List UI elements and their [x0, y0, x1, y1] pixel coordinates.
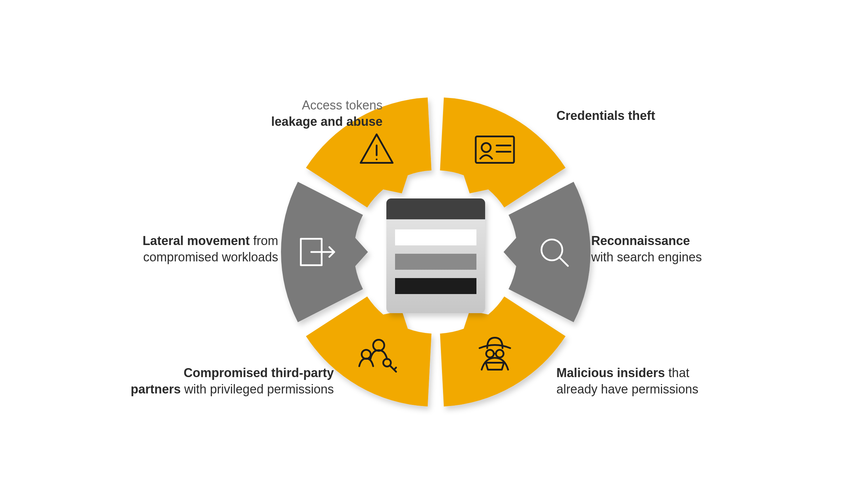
svg-rect-4: [395, 254, 476, 270]
label-credentials-bold: Credentials theft: [556, 108, 655, 123]
label-tokens: Access tokens leakage and abuse: [216, 97, 383, 130]
svg-rect-3: [395, 229, 476, 245]
label-recon-rest: with search engines: [591, 250, 702, 264]
label-insiders-rest1: that: [665, 366, 689, 380]
label-lateral-rest2: compromised workloads: [143, 250, 278, 264]
label-recon-bold: Reconnaissance: [591, 234, 690, 248]
label-lateral: Lateral movement from compromised worklo…: [90, 233, 278, 266]
segment-recon: [504, 182, 590, 322]
diagram-stage: Access tokens leakage and abuse Credenti…: [0, 0, 868, 488]
svg-rect-2: [386, 214, 485, 219]
label-tokens-prefix: Access tokens: [302, 98, 383, 112]
label-insiders-rest2: already have permissions: [556, 382, 698, 396]
label-lateral-rest1: from: [250, 234, 278, 248]
label-insiders-bold: Malicious insiders: [556, 366, 665, 380]
label-thirdparty-rest: with privileged permissions: [181, 382, 334, 396]
svg-rect-5: [395, 278, 476, 294]
label-thirdparty-bold2: partners: [131, 382, 181, 396]
center-panel: [386, 198, 485, 313]
label-thirdparty-bold: Compromised third-party: [184, 366, 334, 380]
label-lateral-bold: Lateral movement: [143, 234, 250, 248]
label-recon: Reconnaissance with search engines: [591, 233, 772, 266]
label-thirdparty: Compromised third-party partners with pr…: [104, 365, 334, 398]
label-insiders: Malicious insiders that already have per…: [556, 365, 737, 398]
label-credentials: Credentials theft: [556, 108, 737, 124]
label-tokens-bold: leakage and abuse: [271, 114, 383, 129]
svg-point-21: [376, 158, 378, 160]
